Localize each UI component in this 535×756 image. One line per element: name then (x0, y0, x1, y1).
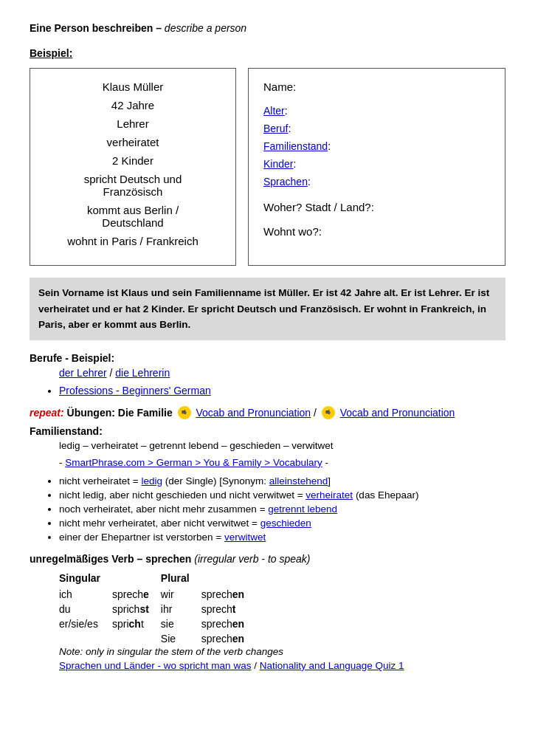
speaker-icon-2 (321, 405, 336, 422)
vocab-link-2[interactable]: Vocab and Pronunciation (340, 407, 455, 419)
form-ich: spreche (112, 587, 161, 602)
pronoun-empty (59, 631, 112, 646)
lehrer-link[interactable]: der Lehrer (59, 367, 107, 379)
quiz-link[interactable]: Nationality and Language Quiz 1 (260, 660, 404, 671)
card-right: Name: Alter: Beruf: Familienstand: Kinde… (248, 68, 505, 266)
vocab-link-1[interactable]: Vocab and Pronunciation (196, 407, 311, 419)
berufe-section: Berufe - Beispiel: der Lehrer / die Lehr… (30, 352, 505, 396)
pronoun-Sie: Sie (161, 631, 201, 646)
speaker-icon-1 (177, 405, 192, 422)
card-lives: wohnt in Paris / Frankreich (45, 235, 221, 247)
card-right-name: Name: (263, 80, 490, 93)
repeat-section: repeat: Übungen: Die Familie Vocab and P… (30, 405, 505, 468)
card-job: Lehrer (45, 117, 221, 130)
card-right-wohnt: Wohnt wo?: (263, 225, 490, 238)
card-age: 42 Jahre (45, 99, 221, 111)
col-plural-form (201, 571, 256, 587)
form-sie: sprechen (201, 616, 256, 631)
card-name: Klaus Müller (45, 80, 221, 93)
bullet-1: nicht verheiratet = ledig (der Single) [… (59, 475, 505, 487)
bullet-4: nicht mehr verheiratet, aber nicht verwi… (59, 518, 505, 529)
card-right-woher: Woher? Stadt / Land?: (263, 201, 490, 213)
bullets-list: nicht verheiratet = ledig (der Single) [… (59, 475, 505, 543)
professions-link-item: Professions - Beginners' German (59, 385, 505, 396)
form-ihr: sprecht (201, 602, 256, 616)
bullet-5: einer der Ehepartner ist verstorben = ve… (59, 532, 505, 543)
familienstand-line2: - SmartPhrase.com > German > You & Famil… (59, 457, 505, 468)
berufe-title: Berufe - Beispiel: (30, 352, 505, 364)
card-languages: spricht Deutsch undFranzösisch (45, 173, 221, 198)
ledig-link[interactable]: ledig (141, 475, 162, 487)
card-origin: kommt aus Berlin /Deutschland (45, 204, 221, 229)
verwitwet-link[interactable]: verwitwet (224, 532, 266, 543)
lehrerin-link[interactable]: die Lehrerin (115, 367, 170, 379)
alleinstehend-link[interactable]: alleinstehend (269, 475, 328, 487)
verb-table: Singular Plural ich spreche wir sprechen… (59, 571, 256, 646)
geschieden-link[interactable]: geschieden (260, 518, 311, 529)
verb-row-2: du sprichst ihr sprecht (59, 602, 256, 616)
cards-row: Klaus Müller 42 Jahre Lehrer verheiratet… (30, 68, 505, 266)
form-wir: sprechen (201, 587, 256, 602)
familienstand-title: Familienstand: (30, 425, 505, 437)
pronoun-sie: sie (161, 616, 201, 631)
verb-row-3: er/sie/es spricht sie sprechen (59, 616, 256, 631)
smartphrase-link[interactable]: SmartPhrase.com > German > You & Family … (65, 457, 322, 468)
familienstand-line1: ledig – verheiratet – getrennt lebend – … (59, 440, 505, 451)
page-title: Eine Person beschreiben – describe a per… (30, 22, 505, 34)
bullet-3: noch verheiratet, aber nicht mehr zusamm… (59, 504, 505, 515)
summary-box: Sein Vorname ist Klaus und sein Familien… (30, 278, 505, 340)
verb-header-row: Singular Plural (59, 571, 256, 587)
pronoun-du: du (59, 602, 112, 616)
pronoun-ich: ich (59, 587, 112, 602)
verheiratet-link[interactable]: verheiratet (306, 489, 353, 501)
getrennt-link[interactable]: getrennt lebend (268, 504, 337, 515)
card-marital: verheiratet (45, 136, 221, 148)
berufe-example: der Lehrer / die Lehrerin (59, 367, 505, 379)
beispiel-label: Beispiel: (30, 47, 505, 59)
card-right-familienstand: Familienstand: (263, 140, 490, 152)
bullet-2: nicht ledig, aber nicht geschieden und n… (59, 489, 505, 501)
professions-link[interactable]: Professions - Beginners' German (59, 385, 211, 396)
berufe-bullet-list: Professions - Beginners' German (59, 385, 505, 396)
verb-note: Note: only in singular the stem of the v… (59, 646, 505, 657)
verb-row-1: ich spreche wir sprechen (59, 587, 256, 602)
col-singular-form (112, 571, 161, 587)
pronoun-er: er/sie/es (59, 616, 112, 631)
form-er: spricht (112, 616, 161, 631)
card-children: 2 Kinder (45, 154, 221, 167)
card-left: Klaus Müller 42 Jahre Lehrer verheiratet… (30, 68, 236, 266)
col-plural: Plural (161, 571, 201, 587)
ubungen-text: Übungen: Die Familie (67, 407, 173, 419)
col-singular: Singular (59, 571, 112, 587)
repeat-line: repeat: Übungen: Die Familie Vocab and P… (30, 405, 505, 422)
verb-row-4: Sie sprechen (59, 631, 256, 646)
form-empty (112, 631, 161, 646)
verb-section: unregelmäßiges Verb – sprechen (irregula… (30, 553, 505, 671)
form-Sie: sprechen (201, 631, 256, 646)
verb-title: unregelmäßiges Verb – sprechen (irregula… (30, 553, 505, 565)
card-right-kinder: Kinder: (263, 158, 490, 170)
bottom-links: Sprachen und Länder - wo spricht man was… (59, 660, 505, 671)
form-du: sprichst (112, 602, 161, 616)
pronoun-ihr: ihr (161, 602, 201, 616)
card-right-beruf: Beruf: (263, 123, 490, 134)
sprachen-link[interactable]: Sprachen und Länder - wo spricht man was (59, 660, 251, 671)
pronoun-wir: wir (161, 587, 201, 602)
card-right-alter: Alter: (263, 105, 490, 117)
card-right-sprachen: Sprachen: (263, 176, 490, 188)
repeat-label: repeat: (30, 407, 64, 419)
